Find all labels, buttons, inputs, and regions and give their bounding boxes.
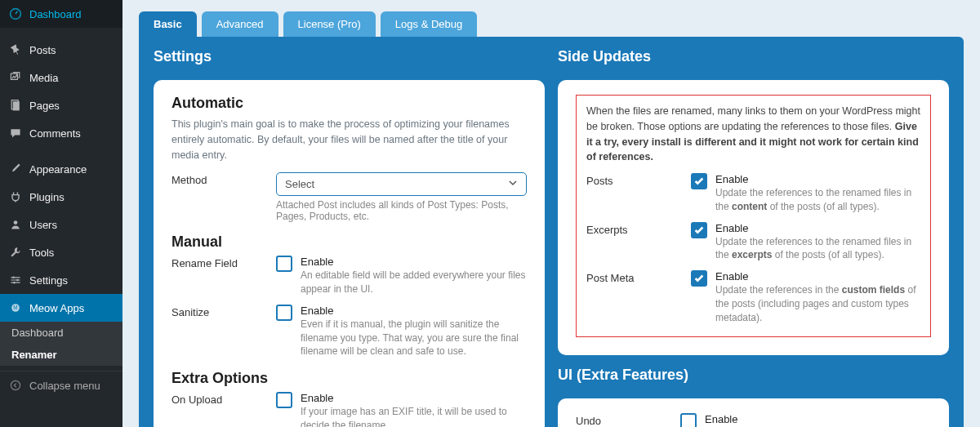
svg-point-6 xyxy=(13,282,15,283)
automatic-heading: Automatic xyxy=(172,95,527,112)
sidebar-item-label: Tools xyxy=(29,247,54,259)
sidebar-item-pages[interactable]: Pages xyxy=(0,91,122,119)
extra-options-heading: Extra Options xyxy=(172,370,527,387)
submenu-item-renamer[interactable]: Renamer xyxy=(0,344,122,366)
svg-point-5 xyxy=(16,279,18,281)
rename-field-checkbox[interactable] xyxy=(276,256,292,272)
sidebar-item-label: Plugins xyxy=(29,191,65,203)
collapse-icon xyxy=(8,378,23,393)
sidebar-item-settings[interactable]: Settings xyxy=(0,266,122,294)
on-upload-title: Enable xyxy=(301,392,527,404)
sidebar-item-posts[interactable]: Posts xyxy=(0,36,122,64)
sidebar-item-comments[interactable]: Comments xyxy=(0,119,122,147)
posts-sub: Update the references to the renamed fil… xyxy=(715,186,920,214)
wrench-icon xyxy=(8,245,23,260)
posts-label: Posts xyxy=(586,173,691,214)
sidebar-item-appearance[interactable]: Appearance xyxy=(0,155,122,183)
select-value: Select xyxy=(285,178,314,190)
on-upload-checkbox[interactable] xyxy=(276,392,292,408)
pages-icon xyxy=(8,98,23,113)
sidebar-item-plugins[interactable]: Plugins xyxy=(0,183,122,211)
on-upload-sub: If your image has an EXIF title, it will… xyxy=(301,405,527,427)
pin-icon xyxy=(8,42,23,57)
settings-heading: Settings xyxy=(154,48,545,65)
brush-icon xyxy=(8,162,23,176)
side-updates-heading: Side Updates xyxy=(558,48,949,65)
posts-title: Enable xyxy=(715,173,920,185)
excerpts-label: Excerpts xyxy=(586,222,691,263)
tab-basic[interactable]: Basic xyxy=(139,11,197,37)
postmeta-sub: Update the references in the custom fiel… xyxy=(715,283,920,324)
rename-field-title: Enable xyxy=(301,256,527,268)
tab-license[interactable]: License (Pro) xyxy=(283,11,376,37)
comment-icon xyxy=(8,126,23,140)
sidebar-item-tools[interactable]: Tools xyxy=(0,238,122,266)
sidebar-item-media[interactable]: Media xyxy=(0,64,122,91)
sliders-icon xyxy=(8,273,23,287)
svg-rect-2 xyxy=(13,101,20,110)
method-hint: Attached Post includes all kinds of Post… xyxy=(276,199,527,222)
postmeta-checkbox[interactable] xyxy=(691,270,707,287)
submenu-item-dashboard[interactable]: Dashboard xyxy=(0,322,122,344)
tab-advanced[interactable]: Advanced xyxy=(202,11,278,37)
sidebar-item-meow-apps[interactable]: M Meow Apps xyxy=(0,294,122,322)
sanitize-label: Sanitize xyxy=(172,305,276,358)
ui-features-card: Undo Enable An undo icon will be added t… xyxy=(558,398,949,427)
svg-text:M: M xyxy=(13,305,17,310)
undo-label: Undo xyxy=(576,413,680,427)
sidebar-item-label: Appearance xyxy=(29,163,87,176)
rename-field-sub: An editable field will be added everywhe… xyxy=(301,269,527,296)
settings-card: Automatic This plugin's main goal is to … xyxy=(154,80,545,427)
excerpts-title: Enable xyxy=(715,222,920,234)
sidebar-item-label: Users xyxy=(29,219,57,231)
sidebar-item-label: Posts xyxy=(29,44,56,56)
ui-features-heading: UI (Extra Features) xyxy=(558,367,949,384)
method-select[interactable]: Select xyxy=(276,172,527,196)
automatic-description: This plugin's main goal is to make the p… xyxy=(172,117,527,162)
side-updates-notice: When the files are renamed, many links t… xyxy=(586,104,920,165)
postmeta-title: Enable xyxy=(715,270,920,282)
svg-point-3 xyxy=(14,220,18,225)
sidebar-item-label: Settings xyxy=(29,274,68,287)
svg-point-4 xyxy=(12,277,14,278)
undo-checkbox[interactable] xyxy=(680,413,697,427)
sanitize-sub: Even if it is manual, the plugin will sa… xyxy=(301,318,527,358)
sanitize-title: Enable xyxy=(301,305,527,317)
collapse-menu-button[interactable]: Collapse menu xyxy=(0,371,122,399)
sidebar-item-label: Dashboard xyxy=(29,8,82,20)
side-updates-card: When the files are renamed, many links t… xyxy=(558,80,949,355)
postmeta-label: Post Meta xyxy=(586,270,691,324)
collapse-label: Collapse menu xyxy=(29,380,100,392)
sanitize-checkbox[interactable] xyxy=(276,305,292,321)
meow-icon: M xyxy=(8,300,23,315)
sidebar-item-label: Comments xyxy=(29,127,81,140)
manual-heading: Manual xyxy=(172,234,527,251)
sidebar-item-label: Meow Apps xyxy=(29,302,84,314)
admin-sidebar: Dashboard Posts Media Pages Comments App… xyxy=(0,0,122,427)
svg-point-9 xyxy=(11,380,20,389)
tab-bar: Basic Advanced License (Pro) Logs & Debu… xyxy=(139,11,964,37)
undo-title: Enable xyxy=(705,413,931,425)
sidebar-item-dashboard[interactable]: Dashboard xyxy=(0,0,122,28)
dashboard-icon xyxy=(8,7,23,21)
media-icon xyxy=(8,70,23,85)
plug-icon xyxy=(8,189,23,204)
on-upload-label: On Upload xyxy=(172,392,276,427)
highlight-box: When the files are renamed, many links t… xyxy=(576,95,931,337)
chevron-down-icon xyxy=(508,178,518,190)
method-label: Method xyxy=(172,172,276,222)
tab-logs[interactable]: Logs & Debug xyxy=(381,11,477,37)
main-content: Basic Advanced License (Pro) Logs & Debu… xyxy=(122,0,980,427)
sidebar-item-label: Pages xyxy=(29,100,60,112)
user-icon xyxy=(8,217,23,232)
posts-checkbox[interactable] xyxy=(691,173,707,189)
sidebar-item-users[interactable]: Users xyxy=(0,211,122,238)
excerpts-checkbox[interactable] xyxy=(691,222,707,238)
rename-field-label: Rename Field xyxy=(172,256,276,296)
sidebar-item-label: Media xyxy=(29,72,58,84)
excerpts-sub: Update the references to the renamed fil… xyxy=(715,235,920,263)
